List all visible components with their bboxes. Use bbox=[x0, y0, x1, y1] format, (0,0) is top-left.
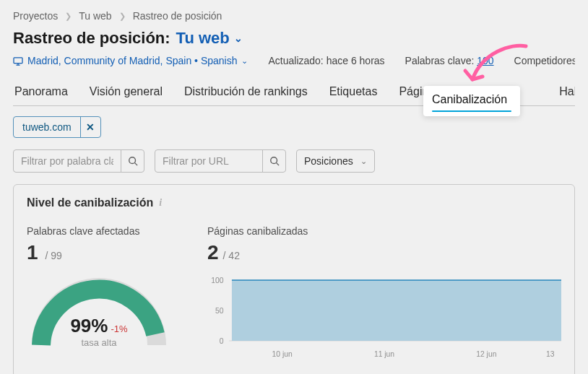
competitors-label: Competidores bbox=[514, 55, 575, 66]
tab-etiquetas[interactable]: Etiquetas bbox=[328, 82, 379, 105]
y-tick-100: 100 bbox=[211, 276, 223, 284]
chevron-down-icon: ⌄ bbox=[360, 157, 367, 166]
stat-kw-total: / 99 bbox=[45, 250, 61, 261]
filter-url-input[interactable] bbox=[155, 150, 262, 172]
positions-select[interactable]: Posiciones ⌄ bbox=[296, 149, 375, 173]
keywords-meta: Palabras clave: 100 bbox=[405, 55, 494, 66]
site-name: Tu web bbox=[176, 29, 230, 48]
filter-keyword bbox=[13, 149, 144, 173]
breadcrumb-item-proyectos[interactable]: Proyectos bbox=[13, 10, 58, 22]
stat-kw-value: 1 bbox=[27, 241, 38, 264]
stat-pages-cannibalized: Páginas canibalizadas 2 / 42 100 50 0 bbox=[207, 225, 561, 369]
tab-active-underline bbox=[432, 110, 511, 112]
tab-hallazgo[interactable]: Hallazgo de bbox=[558, 82, 575, 105]
stat-pg-label: Páginas canibalizadas bbox=[207, 225, 561, 237]
chevron-down-icon: ⌄ bbox=[241, 56, 248, 66]
y-tick-50: 50 bbox=[215, 306, 224, 315]
filter-row: Posiciones ⌄ bbox=[13, 149, 575, 173]
svg-point-5 bbox=[270, 157, 277, 164]
stat-keywords-affected: Palabras clave afectadas 1 / 99 99%-1% bbox=[27, 225, 178, 369]
chevron-right-icon: ❯ bbox=[65, 12, 72, 21]
svg-line-6 bbox=[276, 163, 279, 166]
gauge-percent: 99% bbox=[70, 315, 108, 337]
location-selector[interactable]: Madrid, Community of Madrid, Spain • Spa… bbox=[13, 55, 248, 66]
info-icon[interactable]: i bbox=[159, 197, 162, 209]
tab-distribucion-rankings[interactable]: Distribución de rankings bbox=[183, 82, 309, 105]
tab-canibalizacion-active[interactable]: Canibalización bbox=[423, 86, 520, 116]
filter-url bbox=[155, 149, 286, 173]
tab-panorama[interactable]: Panorama bbox=[13, 82, 69, 105]
svg-rect-8 bbox=[232, 280, 561, 341]
meta-row: Madrid, Community of Madrid, Spain • Spa… bbox=[13, 55, 575, 66]
x-tick-0: 10 jun bbox=[272, 349, 293, 358]
domain-chip-label: tuweb.com bbox=[14, 121, 80, 133]
breadcrumb-item-tuweb[interactable]: Tu web bbox=[79, 10, 111, 22]
page-title: Rastreo de posición: bbox=[13, 29, 170, 48]
x-tick-2: 12 jun bbox=[476, 349, 496, 358]
domain-chip-remove[interactable]: ✕ bbox=[80, 117, 100, 137]
breadcrumb: Proyectos ❯ Tu web ❯ Rastreo de posición bbox=[13, 9, 575, 23]
tab-vision-general[interactable]: Visión general bbox=[88, 82, 164, 105]
filter-keyword-input[interactable] bbox=[14, 150, 121, 172]
breadcrumb-item-rastreo: Rastreo de posición bbox=[133, 10, 222, 22]
search-icon bbox=[128, 156, 138, 166]
cannibalization-panel: Nivel de canibalización i Palabras clave… bbox=[13, 184, 575, 374]
search-icon bbox=[269, 156, 280, 166]
chevron-right-icon: ❯ bbox=[119, 12, 126, 21]
panel-title: Nivel de canibalización i bbox=[27, 196, 561, 209]
chevron-down-icon: ⌄ bbox=[234, 32, 243, 44]
y-tick-0: 0 bbox=[220, 336, 224, 345]
desktop-icon bbox=[13, 56, 23, 65]
x-tick-3: 13 bbox=[546, 349, 555, 358]
close-icon: ✕ bbox=[86, 121, 95, 133]
x-tick-1: 11 jun bbox=[374, 349, 394, 358]
domain-chip: tuweb.com ✕ bbox=[13, 116, 101, 138]
svg-rect-0 bbox=[14, 58, 22, 64]
stat-pg-value: 2 bbox=[207, 241, 219, 264]
gauge-sublabel: tasa alta bbox=[27, 337, 171, 348]
updated-label: Actualizado: hace 6 horas bbox=[268, 55, 384, 66]
location-text: Madrid, Community of Madrid, Spain • Spa… bbox=[27, 55, 237, 66]
stat-kw-label: Palabras clave afectadas bbox=[27, 225, 178, 237]
site-selector[interactable]: Tu web ⌄ bbox=[176, 29, 243, 48]
gauge-delta: -1% bbox=[111, 323, 127, 334]
filter-keyword-search-button[interactable] bbox=[121, 150, 144, 172]
page-heading: Rastreo de posición: Tu web ⌄ bbox=[13, 29, 575, 48]
svg-line-4 bbox=[134, 163, 137, 166]
gauge: 99%-1% tasa alta bbox=[27, 273, 171, 360]
positions-select-label: Posiciones bbox=[304, 155, 353, 167]
keywords-count-link[interactable]: 100 bbox=[477, 55, 493, 66]
tab-active-label: Canibalización bbox=[432, 93, 511, 106]
svg-point-3 bbox=[129, 157, 135, 164]
trend-chart: 100 50 0 10 jun 11 jun 12 jun 13 bbox=[207, 273, 561, 369]
stat-pg-total: / 42 bbox=[223, 250, 240, 261]
filter-url-search-button[interactable] bbox=[262, 150, 285, 172]
